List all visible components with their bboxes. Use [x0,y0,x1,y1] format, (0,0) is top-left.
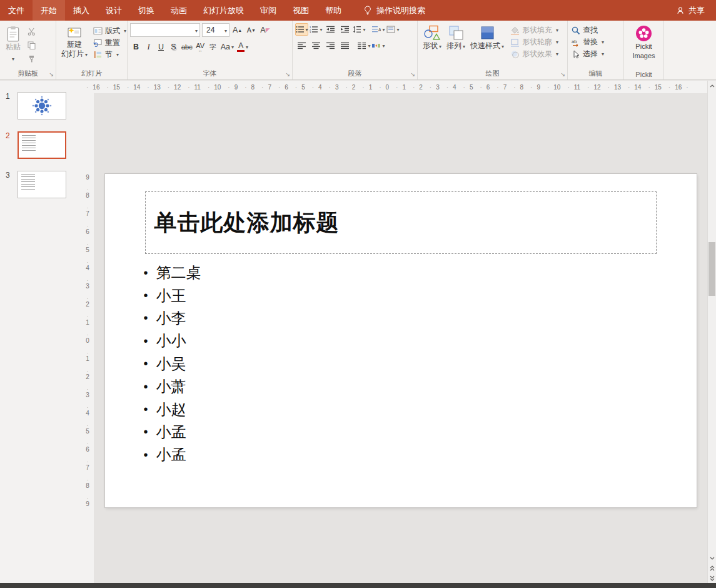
bullet-item[interactable]: 小孟 [144,421,201,444]
bold-button[interactable]: B [130,41,142,53]
bullet-item[interactable]: 小李 [144,307,201,330]
bullet-item[interactable]: 小萧 [144,375,201,398]
ribbon-filler [664,21,716,79]
title-placeholder[interactable]: 单击此处添加标题 [145,191,657,254]
tab-view[interactable]: 视图 [285,0,317,21]
layout-button[interactable]: 版式 [92,25,128,37]
scroll-down-button[interactable] [708,553,716,563]
tab-design[interactable]: 设计 [98,0,130,21]
bullet-item[interactable]: 小小 [144,330,201,352]
scrollbar-thumb[interactable] [708,242,715,296]
thumbnail-row-2: 2 [0,131,81,159]
align-right-button[interactable] [324,39,337,52]
align-center-icon [312,42,321,49]
character-spacing-button[interactable]: AV↔ [194,41,206,53]
tab-insert[interactable]: 插入 [65,0,98,21]
clear-formatting-button[interactable]: A◤ [259,24,271,36]
drawing-dialog-launcher[interactable]: ↘ [560,72,565,78]
new-slide-button[interactable]: 新建 幻灯片 [59,23,90,61]
bullet-item[interactable]: 小王 [144,284,201,307]
align-center-button[interactable] [310,39,323,52]
align-text-button[interactable] [386,23,400,36]
grow-font-button[interactable]: A▲ [231,24,243,36]
layout-icon [93,27,103,35]
tab-slideshow[interactable]: 幻灯片放映 [195,0,252,21]
italic-button[interactable]: I [143,41,154,53]
reset-icon [93,39,103,47]
columns-button[interactable] [358,39,371,52]
tab-file[interactable]: 文件 [0,0,33,21]
strikethrough-button[interactable]: abc [180,41,194,53]
clipboard-dialog-launcher[interactable]: ↘ [49,72,54,78]
ruler-number: 1 [86,315,89,326]
tab-transitions[interactable]: 切换 [130,0,163,21]
paste-button[interactable]: 粘贴 [3,23,24,65]
shape-fill-button[interactable]: 形状填充 [509,24,560,36]
section-button[interactable]: 节 [92,49,128,61]
arrange-button[interactable]: 排列 [444,23,468,53]
bullet-item[interactable]: 小孟 [144,444,201,466]
decrease-indent-button[interactable] [324,23,337,36]
pickit-images-button[interactable]: Pickit Images [627,23,661,63]
shapes-button[interactable]: 形状 [420,23,444,53]
underline-button[interactable]: U [155,41,167,53]
numbering-button[interactable]: 123 [310,23,323,36]
tab-animations[interactable]: 动画 [163,0,195,21]
horizontal-ruler: 1615141312111098765432101234567891011121… [81,81,707,93]
change-case-button[interactable]: Aa [219,41,235,53]
text-direction-button[interactable]: A [372,23,385,36]
slide-1-thumbnail[interactable] [18,92,66,119]
slide-1-number: 1 [0,92,18,119]
quick-styles-button[interactable]: 快速样式 [468,23,507,53]
reset-button[interactable]: 重置 [92,37,128,49]
shape-effects-label: 形状效果 [522,49,552,59]
text-shadow-button[interactable]: S [168,41,179,53]
shape-effects-button[interactable]: 形状效果 [509,48,560,60]
ribbon-group-slides: 新建 幻灯片 版式 重置 [56,21,128,79]
font-name-combobox[interactable] [130,23,200,37]
tab-home[interactable]: 开始 [33,0,65,21]
increase-indent-button[interactable] [338,23,351,36]
ruler-number: 0 [86,333,89,344]
shrink-font-button[interactable]: A▼ [245,24,257,36]
next-slide-button[interactable] [708,573,716,583]
tab-review[interactable]: 审阅 [252,0,285,21]
tell-me-search[interactable]: 操作说明搜索 [363,0,425,21]
vertical-scrollbar[interactable] [707,81,716,583]
bullet-item[interactable]: 小吴 [144,353,201,375]
select-button[interactable]: 选择 [570,48,621,60]
align-left-button[interactable] [295,39,308,52]
find-button[interactable]: 查找 [570,24,621,36]
thumbnail-row-3: 3 [0,171,81,198]
phonetic-guide-button[interactable]: 字 [207,41,219,53]
font-color-button[interactable]: A [236,41,250,53]
scroll-up-button[interactable] [708,81,716,91]
body-text-placeholder[interactable]: 第二桌小王小李小小小吴小萧小赵小孟小孟 [144,261,201,467]
svg-text:3: 3 [310,31,311,33]
cut-button[interactable] [26,25,38,38]
convert-to-smartart-button[interactable] [372,39,385,52]
align-text-icon [386,26,395,33]
font-dialog-launcher[interactable]: ↘ [285,72,290,78]
share-button[interactable]: 共享 [665,0,716,21]
slide-3-thumbnail[interactable] [18,171,66,198]
font-size-combobox[interactable]: 24 [202,23,229,37]
shape-outline-button[interactable]: 形状轮廓 [509,36,560,48]
bullet-item[interactable]: 小赵 [144,398,201,420]
bullets-button[interactable] [295,23,308,36]
format-painter-button[interactable] [26,53,38,65]
line-spacing-button[interactable] [353,23,366,36]
ribbon-group-editing: 查找 ab 替换 选择 编辑 [568,21,624,79]
paragraph-dialog-launcher[interactable]: ↘ [410,72,415,78]
bullet-item[interactable]: 第二桌 [144,261,201,284]
ribbon-group-paragraph: 123 A [293,21,418,79]
ruler-number: 2 [345,84,355,91]
copy-button[interactable] [26,39,38,51]
replace-button[interactable]: ab 替换 [570,36,621,48]
justify-button[interactable] [338,39,351,52]
slide-2-thumbnail[interactable] [18,131,66,159]
slide-canvas[interactable]: 单击此处添加标题 第二桌小王小李小小小吴小萧小赵小孟小孟 [105,174,697,507]
arrange-label: 排列 [446,41,465,51]
previous-slide-button[interactable] [708,563,716,573]
tab-help[interactable]: 帮助 [317,0,350,21]
